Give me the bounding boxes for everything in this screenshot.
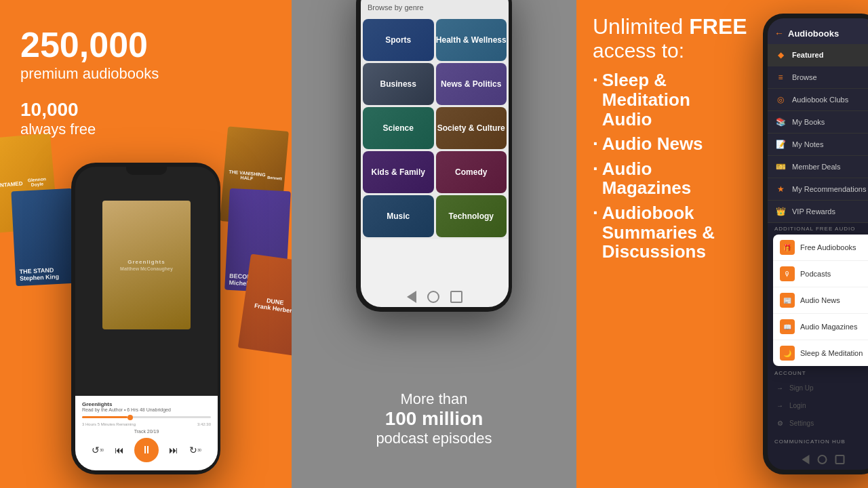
player-bar: Greenlights Read by the Author • 6 Hrs 4… bbox=[75, 396, 218, 470]
footer-million: 100 million bbox=[376, 408, 492, 430]
dd-sleep-meditation[interactable]: 🌙 Sleep & Meditation bbox=[773, 340, 868, 366]
sidebar-title: Audiobooks bbox=[788, 28, 839, 39]
phone-right-recents[interactable] bbox=[835, 455, 844, 464]
phone-shell-right: ← Audiobooks ◆ Featured ≡ Browse ◎ bbox=[763, 14, 868, 474]
browse-icon: ≡ bbox=[774, 71, 787, 83]
audio-news-icon: 📰 bbox=[780, 293, 795, 308]
back-arrow-icon[interactable]: ← bbox=[774, 28, 784, 39]
sidebar-nav: ◆ Featured ≡ Browse ◎ Audiobook Clubs 📚 … bbox=[768, 44, 868, 223]
account-label: ACCOUNT bbox=[774, 370, 868, 376]
genre-society[interactable]: Society & Culture bbox=[436, 107, 507, 149]
vip-icon: 👑 bbox=[774, 205, 787, 218]
genre-sports[interactable]: Sports bbox=[363, 19, 434, 61]
stat1-label: premium audiobooks bbox=[20, 65, 159, 83]
mynotes-icon: 📝 bbox=[774, 138, 787, 150]
genre-science[interactable]: Science bbox=[363, 107, 434, 149]
browse-label: Browse bbox=[792, 73, 817, 81]
back-button[interactable] bbox=[407, 291, 416, 303]
audio-news-label: Audio News bbox=[800, 296, 840, 304]
audio-magazines-icon: 📖 bbox=[780, 319, 795, 334]
phone-screen-right: ← Audiobooks ◆ Featured ≡ Browse ◎ bbox=[768, 18, 868, 470]
settings-icon: ⚙ bbox=[774, 418, 785, 428]
vip-label: VIP Rewards bbox=[792, 207, 835, 216]
phone-mid-bottom-bar bbox=[407, 291, 462, 303]
mybooks-icon: 📚 bbox=[774, 116, 787, 128]
bullet-text-sleep: Sleep &MeditationAudio bbox=[602, 70, 690, 129]
mynotes-label: My Notes bbox=[792, 140, 823, 148]
stat2-label: always free bbox=[20, 121, 159, 138]
phone-shell-left: Greenlights Matthew McConaughey Greenlig… bbox=[71, 163, 220, 474]
sidebar-featured[interactable]: ◆ Featured bbox=[768, 44, 868, 66]
deals-label: Member Deals bbox=[792, 163, 841, 171]
bullet-dot-4: · bbox=[593, 203, 598, 222]
phone-right-bottom-bar bbox=[802, 455, 844, 464]
recents-button[interactable] bbox=[450, 291, 462, 303]
podcasts-icon: 🎙 bbox=[780, 266, 795, 281]
phone-left: Greenlights Matthew McConaughey Greenlig… bbox=[64, 149, 227, 488]
sleep-label: Sleep & Meditation bbox=[800, 349, 863, 357]
footer-episodes: podcast episodes bbox=[376, 430, 492, 447]
panel-right: Unlimited FREE access to: · Sleep &Medit… bbox=[576, 0, 868, 488]
phone-right: ← Audiobooks ◆ Featured ≡ Browse ◎ bbox=[753, 0, 868, 488]
signup-item[interactable]: → Sign Up bbox=[774, 379, 868, 396]
genre-news[interactable]: News & Politics bbox=[436, 63, 507, 105]
phone-right-back[interactable] bbox=[802, 455, 809, 464]
book-author-small: Matthew McConaughey bbox=[120, 266, 173, 271]
genre-kids[interactable]: Kids & Family bbox=[363, 151, 434, 193]
progress-dot bbox=[127, 415, 133, 420]
bullet-text-audionews: Audio News bbox=[602, 134, 703, 154]
bullet-text-magazines: AudioMagazines bbox=[602, 159, 692, 198]
free-audiobooks-icon: 🎁 bbox=[780, 240, 795, 255]
genre-music[interactable]: Music bbox=[363, 195, 434, 237]
track-info: Track 20/19 bbox=[82, 429, 211, 434]
login-item[interactable]: → Login bbox=[774, 396, 868, 414]
greenlights-cover: Greenlights Matthew McConaughey bbox=[102, 201, 191, 329]
bullet-dot-2: · bbox=[593, 134, 598, 153]
phone-middle: Browse by genre Sports Health & Wellness… bbox=[356, 0, 512, 312]
sidebar-vip[interactable]: 👑 VIP Rewards bbox=[768, 201, 868, 223]
progress-bar[interactable] bbox=[82, 416, 211, 418]
sidebar-mybooks[interactable]: 📚 My Books bbox=[768, 111, 868, 134]
right-title: Unlimited FREE bbox=[593, 14, 747, 39]
free-audiobooks-label: Free Audiobooks bbox=[800, 243, 856, 251]
player-author: Read by the Author • 6 Hrs 48 Unabridged bbox=[82, 407, 211, 412]
book-label: Greenlights bbox=[120, 259, 173, 265]
login-label: Login bbox=[789, 402, 806, 409]
sidebar-recommendations[interactable]: ★ My Recommendations bbox=[768, 178, 868, 201]
stat1-number: 250,000 bbox=[20, 27, 159, 62]
bullet-sleep: · Sleep &MeditationAudio bbox=[593, 70, 747, 129]
sidebar-clubs[interactable]: ◎ Audiobook Clubs bbox=[768, 89, 868, 111]
pause-button[interactable]: ⏸ bbox=[134, 438, 159, 462]
genre-business[interactable]: Business bbox=[363, 63, 434, 105]
genre-health[interactable]: Health & Wellness bbox=[436, 19, 507, 61]
bullet-summaries: · AudiobookSummaries &Discussions bbox=[593, 203, 747, 262]
time-remaining: 3 Hours 5 Minutes Remaining bbox=[82, 422, 136, 426]
recs-label: My Recommendations bbox=[792, 185, 866, 193]
sidebar-mynotes[interactable]: 📝 My Notes bbox=[768, 134, 868, 156]
panel-middle: Browse by genre Sports Health & Wellness… bbox=[292, 0, 576, 488]
genre-technology[interactable]: Technology bbox=[436, 195, 507, 237]
dd-free-audiobooks[interactable]: 🎁 Free Audiobooks bbox=[773, 235, 868, 261]
phone-right-home[interactable] bbox=[817, 455, 827, 464]
genre-comedy[interactable]: Comedy bbox=[436, 151, 507, 193]
dd-podcasts[interactable]: 🎙 Podcasts bbox=[773, 261, 868, 287]
home-button[interactable] bbox=[427, 291, 439, 303]
sidebar-deals[interactable]: 🎫 Member Deals bbox=[768, 156, 868, 178]
skip-forward-button[interactable]: ↻30 bbox=[189, 443, 202, 457]
phone-shell-mid: Browse by genre Sports Health & Wellness… bbox=[356, 0, 512, 312]
sidebar-browse[interactable]: ≡ Browse bbox=[768, 66, 868, 89]
dd-audio-magazines[interactable]: 📖 Audio Magazines bbox=[773, 314, 868, 340]
dd-audio-news[interactable]: 📰 Audio News bbox=[773, 287, 868, 314]
audio-magazines-label: Audio Magazines bbox=[800, 323, 857, 331]
access-to-text: access to: bbox=[593, 39, 747, 62]
phone-screen-mid: Browse by genre Sports Health & Wellness… bbox=[361, 0, 509, 307]
left-stats: 250,000 premium audiobooks 10,000 always… bbox=[20, 27, 159, 138]
right-text-block: Unlimited FREE access to: · Sleep &Medit… bbox=[593, 14, 747, 267]
player-controls: ↺30 ⏮ ⏸ ⏭ ↻30 bbox=[82, 438, 211, 462]
next-button[interactable]: ⏭ bbox=[167, 443, 180, 457]
skip-back-button[interactable]: ↺30 bbox=[91, 443, 104, 457]
prev-button[interactable]: ⏮ bbox=[113, 443, 126, 457]
mybooks-label: My Books bbox=[792, 118, 825, 126]
settings-item[interactable]: ⚙ Settings bbox=[774, 414, 868, 432]
login-icon: → bbox=[774, 400, 785, 411]
